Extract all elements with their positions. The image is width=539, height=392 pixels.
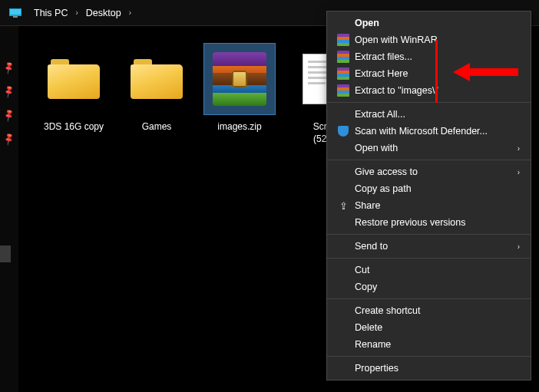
menu-separator	[327, 298, 531, 299]
menu-properties[interactable]: Properties	[327, 360, 531, 377]
folder-icon	[131, 59, 183, 99]
menu-separator	[327, 102, 531, 103]
svg-rect-1	[10, 9, 21, 15]
winrar-icon	[337, 68, 349, 80]
menu-copy[interactable]: Copy	[327, 278, 531, 295]
file-item-zip[interactable]: images.zip	[201, 43, 278, 133]
menu-open-with-winrar[interactable]: Open with WinRAR	[327, 31, 531, 48]
menu-extract-all[interactable]: Extract All...	[327, 106, 531, 123]
menu-open[interactable]: Open	[327, 15, 531, 31]
menu-create-shortcut[interactable]: Create shortcut	[327, 302, 531, 319]
menu-separator	[327, 234, 531, 235]
winrar-icon	[337, 34, 349, 46]
file-item-folder[interactable]: 3DS 16G copy	[35, 43, 112, 133]
breadcrumb-folder[interactable]: Desktop	[81, 8, 126, 18]
menu-scan-defender[interactable]: Scan with Microsoft Defender...	[327, 123, 531, 140]
menu-send-to[interactable]: Send to›	[327, 238, 531, 255]
winrar-icon	[337, 84, 349, 97]
rail-marker	[0, 245, 11, 262]
pin-icon[interactable]: 📌	[2, 84, 17, 99]
this-pc-icon	[9, 8, 21, 18]
chevron-right-icon: ›	[72, 8, 81, 17]
chevron-right-icon: ›	[518, 144, 520, 153]
file-item-label: Games	[118, 121, 195, 133]
breadcrumb-root[interactable]: This PC	[29, 8, 72, 18]
menu-rename[interactable]: Rename	[327, 336, 531, 353]
menu-extract-to[interactable]: Extract to "images\"	[327, 82, 531, 99]
zip-icon	[213, 52, 266, 106]
folder-icon	[48, 59, 100, 99]
menu-separator	[327, 356, 531, 357]
chevron-right-icon: ›	[126, 8, 134, 17]
pin-icon[interactable]: 📌	[2, 61, 17, 75]
menu-separator	[327, 160, 531, 160]
menu-restore-versions[interactable]: Restore previous versions	[327, 214, 531, 231]
file-item-label: images.zip	[201, 121, 278, 133]
quick-access-rail: 📌 📌 📌 📌	[0, 26, 18, 392]
annotation-highlight-bar	[435, 40, 438, 103]
svg-marker-3	[453, 63, 518, 81]
menu-give-access[interactable]: Give access to›	[327, 163, 531, 180]
annotation-arrow	[453, 61, 518, 83]
menu-cut[interactable]: Cut	[327, 262, 531, 278]
pin-icon[interactable]: 📌	[2, 108, 17, 123]
menu-separator	[327, 258, 531, 259]
share-icon: ⇪	[339, 200, 348, 212]
winrar-icon	[337, 51, 349, 63]
chevron-right-icon: ›	[518, 242, 520, 251]
file-item-folder[interactable]: Games	[118, 43, 195, 133]
menu-delete[interactable]: Delete	[327, 319, 531, 336]
file-item-label: 3DS 16G copy	[35, 121, 112, 133]
chevron-right-icon: ›	[518, 168, 520, 176]
menu-copy-path[interactable]: Copy as path	[327, 180, 531, 197]
svg-rect-2	[13, 16, 18, 18]
menu-open-with[interactable]: Open with›	[327, 140, 531, 156]
pin-icon[interactable]: 📌	[2, 132, 17, 147]
menu-share[interactable]: ⇪Share	[327, 197, 531, 214]
shield-icon	[338, 126, 349, 137]
